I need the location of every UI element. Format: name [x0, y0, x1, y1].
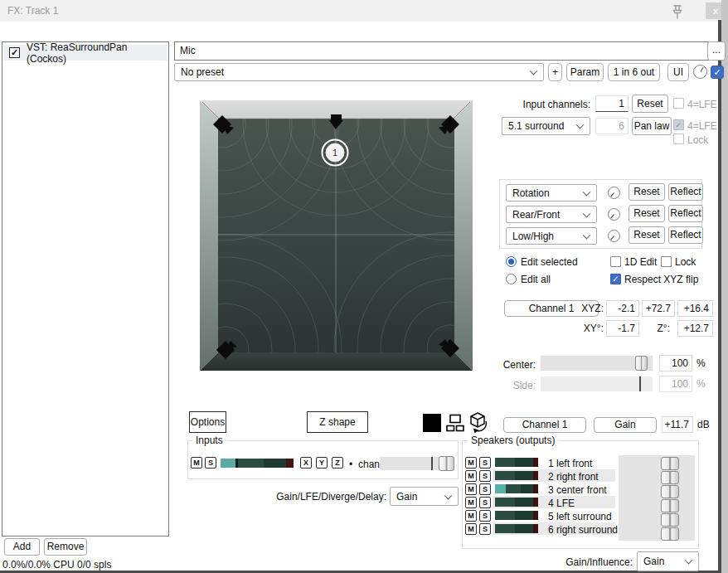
transform-3-combobox[interactable]: Low/High — [506, 227, 597, 245]
input-solo-button[interactable]: S — [205, 457, 216, 469]
chevron-down-icon — [583, 209, 591, 217]
title-bar[interactable]: FX: Track 1 — [0, 0, 728, 22]
fx-active-checkbox[interactable]: ✓ — [711, 66, 724, 79]
transform-1-combobox[interactable]: Rotation — [506, 184, 597, 202]
center-field[interactable]: 100 — [659, 355, 692, 371]
transform-3-knob[interactable] — [608, 230, 620, 242]
z-shape-button[interactable]: Z shape — [307, 411, 368, 433]
input-mute-button[interactable]: M — [191, 457, 202, 469]
wet-dry-knob[interactable] — [693, 65, 707, 79]
output-4-mute-button[interactable]: M — [465, 497, 477, 508]
param-button[interactable]: Param — [566, 63, 604, 81]
input-z-button[interactable]: Z — [332, 457, 343, 469]
fx-name-input[interactable]: Mic — [174, 41, 709, 61]
fx-chain-list[interactable]: ✓ VST: ReaSurroundPan (Cockos) — [2, 41, 169, 537]
reset-channels-button[interactable]: Reset — [632, 95, 668, 113]
transform-3-reset-button[interactable]: Reset — [629, 226, 665, 244]
transform-1-reflect-button[interactable]: Reflect — [668, 183, 703, 201]
output-2-mute-button[interactable]: M — [465, 470, 477, 482]
output-5-gain-thumb[interactable] — [661, 513, 679, 527]
output-1-solo-button[interactable]: S — [479, 457, 491, 469]
center-slider-thumb[interactable] — [635, 356, 648, 371]
xy-angle-field[interactable]: -1.7 — [606, 320, 639, 337]
output-2-label: 2 right front — [548, 471, 599, 483]
output-3-gain-thumb[interactable] — [661, 485, 679, 498]
chevron-down-icon — [444, 491, 453, 499]
z-field[interactable]: +16.4 — [677, 300, 713, 317]
output-4-solo-button[interactable]: S — [479, 497, 491, 508]
surround-panner[interactable]: 1 — [200, 100, 473, 371]
remove-fx-button[interactable]: Remove — [44, 538, 87, 556]
output-2-gain-thumb[interactable] — [661, 471, 679, 484]
input-y-button[interactable]: Y — [316, 457, 328, 469]
output-2-solo-button[interactable]: S — [479, 470, 491, 482]
1d-edit-checkbox[interactable] — [610, 256, 621, 267]
output-5-meter — [495, 511, 543, 520]
chevron-down-icon — [530, 67, 538, 75]
transform-1-knob[interactable] — [608, 187, 620, 199]
output-mode-combobox[interactable]: Gain — [637, 551, 699, 571]
window-edge — [721, 0, 728, 573]
options-button[interactable]: Options — [189, 411, 226, 433]
center-slider[interactable] — [541, 356, 653, 371]
transform-3-reflect-button[interactable]: Reflect — [668, 226, 703, 244]
input-x-button[interactable]: X — [300, 457, 312, 469]
pan-law-button[interactable]: Pan law — [632, 117, 672, 135]
output-1-mute-button[interactable]: M — [465, 457, 477, 469]
color-swatch-icon[interactable] — [423, 414, 441, 432]
channel-marker-label: 1 — [332, 148, 337, 158]
output-mode-label: Gain/Influence: — [547, 556, 633, 568]
channel-marker[interactable]: 1 — [323, 140, 348, 166]
more-button[interactable]: ... — [707, 41, 726, 61]
input-channels-field[interactable]: 1 — [595, 95, 629, 112]
transform-2-reset-button[interactable]: Reset — [629, 205, 665, 222]
inputs-group-title: Inputs — [192, 435, 226, 446]
output-5-solo-button[interactable]: S — [479, 510, 491, 522]
add-fx-button[interactable]: Add — [4, 538, 40, 556]
input-gain-slider[interactable] — [380, 457, 454, 470]
output-6-meter — [495, 524, 543, 533]
lock-outputs-checkbox[interactable] — [673, 134, 684, 144]
transform-2-knob[interactable] — [608, 208, 620, 221]
input-mode-combobox[interactable]: Gain — [390, 487, 459, 506]
output-4-gain-thumb[interactable] — [661, 499, 679, 512]
3d-rotate-icon[interactable] — [468, 411, 491, 435]
y-field[interactable]: +72.7 — [642, 300, 675, 317]
speaker-layout-value: 5.1 surround — [508, 120, 564, 132]
io-routing-button[interactable]: 1 in 6 out — [608, 63, 660, 81]
output-6-mute-button[interactable]: M — [465, 523, 477, 535]
preset-combobox[interactable]: No preset — [174, 63, 544, 81]
output-3-solo-button[interactable]: S — [479, 483, 491, 495]
output-1-gain-thumb[interactable] — [661, 457, 679, 470]
lfe4-output-checkbox[interactable]: ✓ — [673, 119, 684, 130]
edit-all-radio[interactable] — [506, 274, 517, 284]
transform-1-value: Rotation — [512, 187, 550, 199]
input-gain-slider-thumb[interactable] — [439, 456, 454, 471]
cpu-status: 0.0%/0.0% CPU 0/0 spls — [2, 559, 111, 571]
transform-2-reflect-button[interactable]: Reflect — [668, 205, 703, 222]
z-angle-field[interactable]: +12.7 — [677, 320, 713, 337]
gain-mode-button[interactable]: Gain — [594, 417, 657, 433]
ui-toggle-button[interactable]: UI — [667, 63, 689, 81]
transform-2-combobox[interactable]: Rear/Front — [506, 206, 597, 223]
speaker-layout-combobox[interactable]: 5.1 surround — [502, 117, 590, 135]
output-6-gain-thumb[interactable] — [661, 527, 679, 541]
transform-1-reset-button[interactable]: Reset — [629, 183, 665, 201]
fx-enabled-checkbox[interactable]: ✓ — [9, 47, 20, 58]
edit-selected-radio[interactable] — [506, 256, 517, 267]
add-preset-button[interactable]: + — [548, 63, 562, 81]
respect-xyz-flip-checkbox[interactable]: ✓ — [610, 274, 621, 284]
output-6-solo-button[interactable]: S — [479, 523, 491, 535]
output-5-mute-button[interactable]: M — [465, 510, 477, 522]
fx-list-item[interactable]: ✓ VST: ReaSurroundPan (Cockos) — [3, 45, 167, 61]
pin-icon[interactable] — [668, 2, 687, 21]
output-3-mute-button[interactable]: M — [465, 483, 477, 495]
speaker-layout-icon[interactable] — [446, 414, 464, 432]
gain-value-field[interactable]: +11.7 — [662, 416, 693, 433]
x-field[interactable]: -2.1 — [606, 300, 639, 317]
menu-bar: FX Edit Options — [0, 22, 718, 41]
lock-edit-checkbox[interactable] — [661, 256, 672, 267]
lfe4-checkbox[interactable] — [673, 98, 684, 109]
gain-unit-label: dB — [697, 419, 710, 430]
gain-channel-button[interactable]: Channel 1 — [503, 417, 586, 433]
